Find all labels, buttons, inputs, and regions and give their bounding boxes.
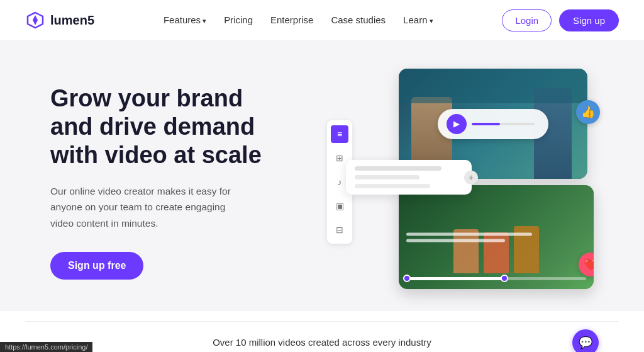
- text-overlay-lines: [406, 232, 586, 242]
- play-circle-icon: ▶: [447, 114, 467, 134]
- url-bar: https://lumen5.com/pricing/: [0, 342, 92, 352]
- bottom-strip: Over 10 million videos created across ev…: [25, 321, 619, 352]
- play-icon: ▶: [453, 119, 460, 128]
- backdrop: [399, 69, 587, 103]
- editor-panel-card: +: [346, 160, 472, 195]
- video-card-bottom-inner: [399, 185, 594, 289]
- play-progress-fill: [472, 123, 500, 125]
- editor-line-1: [355, 166, 441, 171]
- hero-right: ≡ ⊞ ♪ ▣ ⊟ ▶: [314, 69, 594, 295]
- editor-text-tool[interactable]: ≡: [331, 125, 348, 143]
- navbar: lumen5 Features Pricing Enterprise Case …: [0, 0, 644, 40]
- nav-links: Features Pricing Enterprise Case studies…: [164, 14, 433, 26]
- hero-description: Our online video creator makes it easy f…: [50, 183, 233, 232]
- hero-left: Grow your brand and drive demand with vi…: [50, 84, 314, 279]
- chat-icon: 💬: [579, 336, 592, 349]
- bottom-strip-text: Over 10 million videos created across ev…: [213, 337, 431, 348]
- people-group: [399, 223, 594, 273]
- thumbs-up-bubble: 👍: [576, 100, 600, 124]
- chat-button[interactable]: 💬: [572, 329, 599, 352]
- nav-features[interactable]: Features: [164, 14, 206, 25]
- nav-pricing[interactable]: Pricing: [224, 14, 253, 25]
- text-line-1: [406, 232, 532, 236]
- video-card-bottom: ❤️: [399, 185, 594, 289]
- logo-text: lumen5: [50, 13, 94, 28]
- url-text: https://lumen5.com/pricing/: [5, 343, 87, 351]
- play-button-overlay[interactable]: ▶: [438, 109, 548, 139]
- editor-layout-tool[interactable]: ⊟: [331, 221, 348, 239]
- editor-video-tool[interactable]: ▣: [331, 197, 348, 215]
- login-button[interactable]: Login: [502, 9, 552, 31]
- nav-enterprise[interactable]: Enterprise: [270, 14, 313, 25]
- timeline-dot-start: [403, 275, 411, 282]
- svg-marker-1: [33, 15, 38, 25]
- logo[interactable]: lumen5: [25, 10, 94, 30]
- text-line-2: [406, 239, 505, 242]
- hero-cta-button[interactable]: Sign up free: [50, 252, 143, 280]
- play-progress-bar: [472, 123, 535, 125]
- logo-icon: [25, 10, 45, 30]
- timeline-fill: [406, 277, 505, 280]
- hero-title: Grow your brand and drive demand with vi…: [50, 84, 289, 169]
- nav-case-studies[interactable]: Case studies: [331, 14, 386, 25]
- thumbs-up-icon: 👍: [581, 105, 595, 119]
- timeline-bar: [406, 277, 586, 280]
- heart-icon: ❤️: [584, 258, 594, 271]
- hero-section: Grow your brand and drive demand with vi…: [0, 40, 644, 311]
- bottom-section: Over 10 million videos created across ev…: [0, 311, 644, 352]
- editor-line-2: [355, 175, 419, 179]
- nav-learn[interactable]: Learn: [403, 14, 433, 25]
- signup-button[interactable]: Sign up: [559, 9, 619, 31]
- editor-line-3: [355, 184, 430, 188]
- nav-actions: Login Sign up: [502, 9, 619, 31]
- editor-add-icon[interactable]: +: [464, 171, 478, 185]
